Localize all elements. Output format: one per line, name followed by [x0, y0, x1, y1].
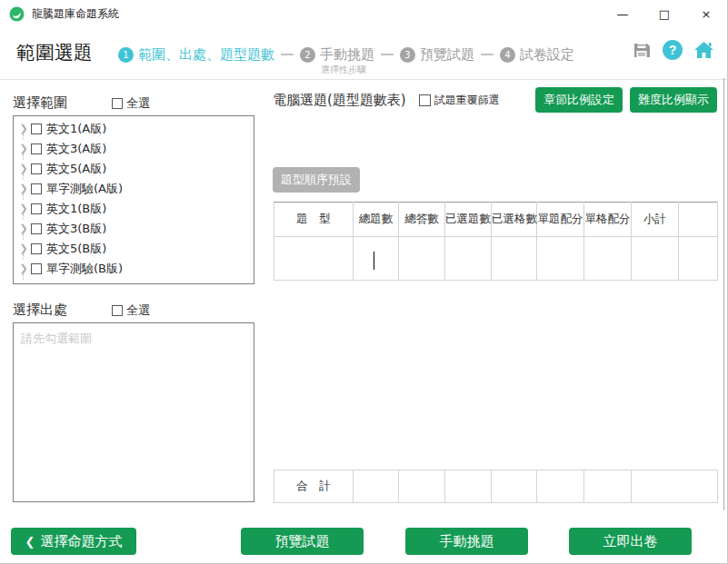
- col-points-per-question: 單題配分: [537, 203, 584, 237]
- panel-right-border: [723, 78, 724, 510]
- close-button[interactable]: ×: [685, 0, 727, 27]
- checkbox-box: [112, 98, 123, 109]
- item-checkbox[interactable]: [31, 163, 42, 174]
- total-questions-value: [354, 470, 399, 503]
- total-points-per-blank-value: [584, 470, 632, 503]
- tree-item-english1b[interactable]: ❯ 英文1(B版): [17, 199, 254, 219]
- step-4-label: 試卷設定: [520, 46, 574, 63]
- minimize-button[interactable]: —: [602, 0, 643, 27]
- item-checkbox[interactable]: [31, 223, 42, 234]
- step-2-badge: 2: [300, 47, 315, 63]
- checkbox-box: [419, 94, 431, 106]
- help-icon[interactable]: ?: [662, 39, 683, 61]
- wizard-steps: 1 範圍、出處、題型題數 2 手動挑題 選擇性步驟 3 預覽試題 4 試卷設定: [118, 38, 574, 71]
- difficulty-ratio-button[interactable]: 難度比例顯示: [630, 87, 717, 113]
- question-type-table: 題 型 總題數 總答數 已選題數 已選格數 單題配分 單格配分 小計: [274, 202, 718, 281]
- cell-selected-blanks[interactable]: [492, 237, 537, 281]
- step-2-label: 手動挑題: [320, 46, 374, 63]
- tree-item-vocab-b[interactable]: ❯ 單字測驗(B版): [17, 259, 254, 279]
- range-title: 選擇範圍: [13, 94, 67, 112]
- step-4-paper-settings: 4 試卷設定: [500, 45, 574, 64]
- chevron-right-icon[interactable]: ❯: [17, 183, 30, 194]
- step-2-sublabel: 選擇性步驟: [321, 64, 366, 76]
- chevron-right-icon[interactable]: ❯: [17, 124, 30, 134]
- text-cursor: [374, 252, 374, 270]
- total-row-table: 合 計: [274, 470, 718, 503]
- maximize-button[interactable]: □: [643, 0, 685, 27]
- chevron-left-icon: ❮: [25, 535, 35, 549]
- range-section-header: 選擇範圍 全選: [13, 94, 254, 112]
- step-separator: [381, 54, 394, 55]
- tree-item-english5b[interactable]: ❯ 英文5(B版): [17, 239, 254, 259]
- total-subtotal-value: [632, 470, 718, 503]
- manual-pick-button[interactable]: 手動挑題: [405, 528, 528, 555]
- source-title: 選擇出處: [13, 302, 67, 319]
- range-tree[interactable]: ❯ 英文1(A版) ❯ 英文3(A版) ❯ 英文5(A版) ❯ 單字測驗(A版)…: [13, 115, 254, 284]
- cell-total-answers[interactable]: [399, 237, 445, 281]
- step-3-badge: 3: [400, 47, 415, 63]
- step-separator: [281, 54, 294, 55]
- source-placeholder: 請先勾選範圍: [21, 331, 246, 347]
- item-checkbox[interactable]: [31, 203, 42, 214]
- range-select-all-checkbox[interactable]: 全選: [112, 95, 150, 112]
- chevron-right-icon[interactable]: ❯: [17, 163, 30, 174]
- home-icon[interactable]: [693, 39, 714, 61]
- window-controls: — □ ×: [602, 0, 727, 27]
- item-checkbox[interactable]: [31, 263, 42, 274]
- tree-item-english3b[interactable]: ❯ 英文3(B版): [17, 219, 254, 239]
- item-checkbox[interactable]: [31, 124, 42, 134]
- cell-total-questions[interactable]: [354, 237, 399, 281]
- step-4-badge: 4: [500, 47, 515, 63]
- step-3-preview: 3 預覽試題: [400, 45, 474, 64]
- save-icon[interactable]: [631, 39, 653, 61]
- chevron-right-icon[interactable]: ❯: [17, 243, 30, 254]
- step-1-label: 範圍、出處、題型題數: [138, 46, 274, 63]
- total-label: 合 計: [274, 470, 354, 503]
- tree-item-english5a[interactable]: ❯ 英文5(A版): [17, 159, 254, 179]
- chevron-right-icon[interactable]: ❯: [17, 223, 30, 234]
- cell-subtotal[interactable]: [632, 237, 679, 281]
- generate-paper-button[interactable]: 立即出卷: [569, 528, 692, 555]
- col-subtotal: 小計: [632, 203, 679, 237]
- item-checkbox[interactable]: [31, 143, 42, 154]
- col-question-type: 題 型: [274, 203, 354, 237]
- cell-selected-questions[interactable]: [445, 237, 492, 281]
- app-window: 龍騰題庫命題系統 — □ × 範圍選題 1 範圍、出處、題型題數 2 手動挑題 …: [0, 0, 728, 564]
- source-list-box[interactable]: 請先勾選範圍: [13, 322, 254, 502]
- checkbox-box: [112, 305, 123, 316]
- preview-questions-button[interactable]: 預覽試題: [241, 528, 364, 555]
- cell-points-per-question[interactable]: [537, 237, 584, 281]
- cell-extra[interactable]: [679, 237, 718, 281]
- chevron-right-icon[interactable]: ❯: [17, 143, 30, 154]
- col-total-answers: 總答數: [399, 203, 445, 237]
- chevron-right-icon[interactable]: ❯: [17, 263, 30, 274]
- total-points-per-question-value: [537, 470, 584, 503]
- col-extra: [679, 203, 718, 237]
- chapter-ratio-button[interactable]: 章節比例設定: [535, 87, 623, 113]
- col-total-questions: 總題數: [354, 203, 399, 237]
- table-header-row: 題 型 總題數 總答數 已選題數 已選格數 單題配分 單格配分 小計: [274, 203, 718, 237]
- cell-question-type[interactable]: [274, 237, 354, 281]
- total-row: 合 計: [274, 470, 718, 503]
- title-bar: 龍騰題庫命題系統 — □ ×: [0, 0, 727, 27]
- tree-item-english3a[interactable]: ❯ 英文3(A版): [17, 139, 254, 159]
- cell-points-per-blank[interactable]: [584, 237, 632, 281]
- tree-item-english1a[interactable]: ❯ 英文1(A版): [17, 119, 254, 139]
- step-1-range: 1 範圍、出處、題型題數: [118, 45, 274, 64]
- total-selected-blanks-value: [492, 470, 537, 503]
- question-order-preset-button[interactable]: 題型順序預設: [273, 167, 360, 193]
- table-row: [274, 237, 718, 281]
- item-checkbox[interactable]: [31, 183, 42, 194]
- source-section-header: 選擇出處 全選: [13, 302, 254, 319]
- window-title: 龍騰題庫命題系統: [32, 6, 119, 22]
- header-icons: ?: [631, 39, 714, 61]
- computer-selection-title: 電腦選題(題型題數表): [273, 92, 406, 109]
- duplicate-filter-checkbox[interactable]: 試題重覆篩選: [419, 93, 500, 108]
- step-1-badge: 1: [118, 47, 134, 63]
- back-to-method-button[interactable]: ❮ 選擇命題方式: [11, 528, 136, 555]
- tree-item-vocab-a[interactable]: ❯ 單字測驗(A版): [17, 179, 254, 199]
- source-select-all-checkbox[interactable]: 全選: [112, 302, 150, 319]
- app-logo-icon: [9, 6, 25, 22]
- item-checkbox[interactable]: [31, 243, 42, 254]
- chevron-right-icon[interactable]: ❯: [17, 203, 30, 214]
